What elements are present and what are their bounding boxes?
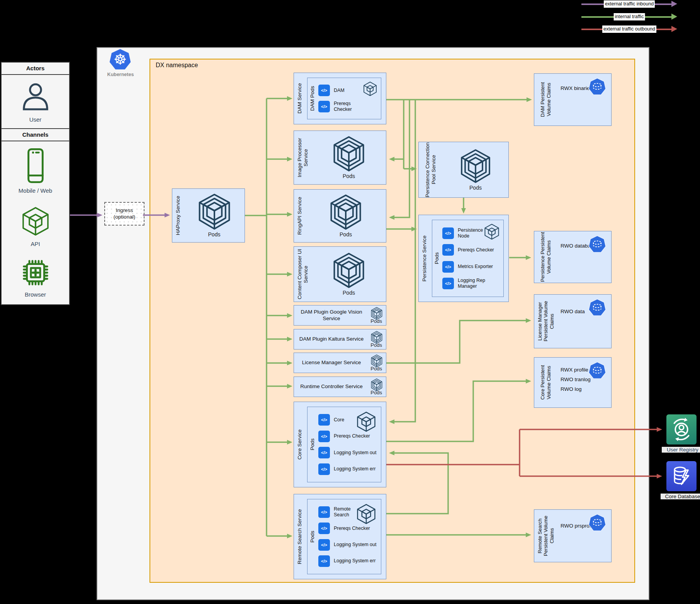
container-row: </>Logging System out (318, 447, 380, 458)
pvc-heptagon-icon (588, 235, 607, 254)
container-code-icon: </> (318, 414, 330, 426)
kubernetes-logo-label: Kubernetes (101, 72, 140, 77)
container-code-icon: </> (442, 244, 454, 256)
api-cube-icon (20, 205, 51, 238)
container-label: Prereqs Checker (458, 247, 494, 253)
pvc-title: DAM Persistent Volume Claims (534, 74, 557, 126)
container-label: Prereqs Checker (334, 433, 370, 439)
pods-group-label: Pods (432, 220, 442, 297)
container-row: </>Logging System err (318, 463, 380, 475)
deployment-cube-icon (483, 223, 500, 240)
pods-label: Pods (370, 342, 382, 348)
user-registry-icon (666, 414, 697, 445)
container-code-icon: </> (442, 227, 454, 239)
diagram-canvas: external traffic inbound internal traffi… (0, 0, 700, 604)
container-row: </> Prereqs Checker (318, 101, 380, 112)
pods-group-label: Pods (308, 499, 318, 574)
legend-row-outbound: external traffic outbound (581, 25, 677, 33)
channel-api: API (2, 199, 69, 253)
ingress-label-line2: (optional) (114, 214, 135, 221)
core-database-label: Core Database (661, 494, 700, 499)
persistence-pvc-node: Persistence Persistent Volume Claims RWO… (534, 231, 612, 283)
persistence-connection-pool-service-node: Persistence Connection Pool Service Pods (418, 142, 509, 198)
pvc-title: Core Persistent Volume Claims (534, 358, 557, 407)
container-label: Core (334, 417, 344, 423)
legend-label: external traffic outbound (602, 25, 656, 33)
pods-cube-icon (332, 253, 365, 289)
container-label: DAM (334, 88, 345, 93)
pvc-heptagon-icon (588, 361, 607, 380)
service-title: Core Service (294, 402, 306, 487)
container-row: </>Logging System out (318, 539, 380, 551)
license-manager-service-node: License Manager Service Pods (294, 353, 386, 373)
actors-channels-sidebar: Actors User Channels Mobile / Web API Br… (1, 62, 70, 305)
pods-label: Pods (343, 290, 355, 296)
pods-cube-icon (197, 193, 231, 231)
pods-label: Pods (370, 366, 382, 372)
core-database-icon (666, 461, 697, 491)
core-pvc-node: Core Persistent Volume Claims RWX profil… (534, 357, 612, 408)
container-code-icon: </> (318, 101, 330, 112)
container-code-icon: </> (318, 539, 330, 551)
deployment-cube-icon (355, 503, 377, 525)
runtime-controller-service-node: Runtime Controller Service Pods (294, 377, 386, 397)
pvc-title: Persistence Persistent Volume Claims (534, 231, 557, 283)
remote-search-pvc-node: Remote Search Persistent Volume Claims R… (534, 509, 612, 562)
legend-label: external traffic inbound (604, 0, 655, 8)
pods-label: Pods (208, 231, 221, 238)
user-icon (19, 81, 52, 113)
pods-group-label: DAM Pods (308, 78, 318, 119)
service-title: RingAPI Service (294, 190, 306, 242)
pvc-title: Remote Search Persistent Volume Claims (534, 510, 557, 562)
ringapi-service-node: RingAPI Service Pods (294, 189, 386, 243)
deployment-cube-icon (362, 81, 378, 97)
persistence-service-node: Persistence Service Pods </>Persistence … (418, 215, 509, 302)
channels-header: Channels (2, 128, 69, 141)
actor-label: User (29, 116, 42, 123)
legend-row-internal: internal traffic (581, 13, 677, 21)
dam-pods-group: DAM Pods </> DAM </> Prereqs Checker (307, 78, 381, 119)
dam-plugin-google-vision-service-node: DAM Plugin Google Vision Service Pods (294, 305, 386, 326)
user-registry-glyph-icon (668, 416, 695, 443)
license-manager-pvc-node: License Manager Persistent Volume Claims… (534, 294, 612, 348)
ingress-label-line1: Ingress (116, 207, 133, 214)
container-code-icon: </> (318, 463, 330, 475)
container-label: Logging Rep Manager (458, 278, 503, 289)
user-registry-label: User Registry (662, 447, 700, 453)
pods-label: Pods (469, 185, 482, 191)
service-title: Content Composer UI Service (294, 247, 312, 302)
pvc-title: License Manager Persistent Volume Claims (534, 295, 557, 348)
pods-cube-icon (329, 194, 362, 231)
actor-user: User (2, 75, 69, 128)
pods-label: Pods (343, 173, 355, 179)
inbound-arrowhead-icon (671, 1, 677, 7)
container-label: Prereqs Checker (334, 101, 365, 112)
container-row: </>Prereqs Checker (442, 244, 503, 256)
container-code-icon: </> (442, 261, 454, 273)
container-code-icon: </> (442, 278, 454, 289)
claim-label: RWO log (561, 386, 611, 392)
pvc-heptagon-icon (588, 514, 607, 532)
container-code-icon: </> (318, 431, 330, 442)
pvc-heptagon-icon (588, 78, 607, 96)
container-label: Logging System err (334, 558, 375, 564)
channel-label: API (31, 241, 40, 247)
service-title: Persistence Service (419, 215, 430, 302)
container-code-icon: </> (318, 523, 330, 534)
pvc-heptagon-icon (588, 299, 607, 317)
deployment-cube-icon (355, 411, 377, 433)
service-title: Persistence Connection Pool Service (419, 142, 443, 197)
service-title: DAM Service (294, 73, 306, 124)
legend-row-inbound: external traffic inbound (581, 0, 677, 8)
pods-label: Pods (340, 231, 352, 238)
container-code-icon: </> (318, 85, 330, 96)
container-code-icon: </> (318, 555, 330, 567)
channel-label: Mobile / Web (19, 187, 52, 194)
outbound-arrowhead-icon (671, 26, 677, 32)
container-label: Prereqs Checker (334, 526, 370, 531)
remote-search-service-node: Remote Search Service Pods </>Remote Sea… (294, 494, 386, 579)
container-row: </>Logging Rep Manager (442, 278, 503, 289)
persistence-pods-group: Pods </>Persistence Node </>Prereqs Chec… (432, 220, 504, 297)
container-code-icon: </> (318, 447, 330, 458)
legend-label: internal traffic (614, 13, 645, 20)
